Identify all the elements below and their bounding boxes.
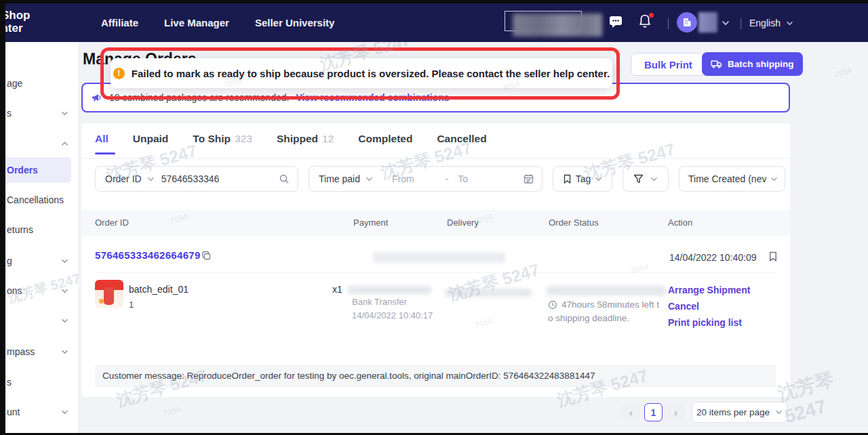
batch-shipping-label: Batch shipping [728,59,794,69]
language-chevron-down-icon [786,21,793,26]
tag-filter-dropdown[interactable]: Tag [553,166,612,192]
sort-label: Time Created (nev [688,173,766,184]
shop-avatar[interactable] [677,12,697,33]
sidebar-item-cancellations[interactable]: Cancellations [5,190,78,210]
sidebar-label: Orders [7,165,38,175]
sort-order-dropdown[interactable]: Time Created (nev [679,166,785,192]
order-id-filter-dropdown[interactable]: Order ID [105,173,142,184]
chat-icon[interactable] [608,15,623,28]
calendar-icon[interactable] [524,173,534,184]
items-per-page-label: 20 items per page [696,407,770,417]
sidebar-label: eturns [7,224,33,235]
sidebar-item-returns[interactable]: eturns [5,220,78,240]
tab-all[interactable]: All [95,133,108,154]
product-image[interactable] [95,280,123,308]
banner-link-view-combinations[interactable]: View recommended combinations [296,92,449,103]
search-icon[interactable] [279,173,290,184]
chevron-up-icon [61,142,68,146]
tab-cancelled[interactable]: Cancelled [437,133,486,154]
tab-shipped[interactable]: Shipped12 [277,133,334,154]
warning-icon: ! [113,68,125,79]
nav-item-live-manager[interactable]: Live Manager [164,17,229,28]
chevron-down-icon [770,177,778,182]
pagination-prev-button[interactable]: ‹ [622,403,640,421]
nav-divider [668,18,669,29]
chevron-down-icon[interactable] [147,177,155,182]
product-name[interactable]: batch_edit_01 [129,284,189,295]
redacted-order-status [547,286,666,295]
nav-item-affiliate[interactable]: Affiliate [101,17,138,28]
sidebar-label: s [7,108,12,119]
sidebar-label: ons [7,285,22,296]
tab-to-ship[interactable]: To Ship323 [193,133,252,154]
copy-icon[interactable] [201,251,212,261]
order-id-search-input[interactable] [161,173,279,184]
shipping-deadline-line1: 47hours 58minutes left t [561,299,659,310]
truck-icon [711,60,722,68]
sidebar-item-compass[interactable]: mpass [5,341,78,362]
funnel-icon [633,174,644,184]
batch-shipping-button[interactable]: Batch shipping [702,52,803,76]
sidebar-item-promotions[interactable]: ons [5,281,78,301]
column-order-status: Order Status [549,218,599,228]
sidebar-item-orders-group[interactable] [5,133,78,154]
redacted-delivery-info [445,289,532,297]
redacted-buyer-name [373,252,505,263]
more-filters-dropdown[interactable] [623,166,669,192]
logo-line1: Shop [5,9,31,22]
sidebar-item-orders[interactable]: Orders [5,157,71,183]
account-chevron-down-icon[interactable] [722,20,730,26]
time-paid-dropdown[interactable]: Time paid [319,173,360,184]
nav-menu: Affiliate Live Manager Seller University [101,3,334,42]
sidebar-label: unt [7,407,20,417]
column-action: Action [668,218,692,228]
column-delivery: Delivery [447,218,479,228]
sidebar-item-finances[interactable]: s [5,372,78,392]
sidebar: age s Orders Cancellations eturns g ons … [5,42,78,435]
items-per-page-select[interactable]: 20 items per page [692,402,787,423]
tabs-divider [81,158,790,159]
sidebar-item-products[interactable]: s [5,103,78,123]
orders-panel: All Unpaid To Ship323 Shipped12 Complete… [81,123,790,397]
date-to-input[interactable]: To [458,173,468,184]
sidebar-item-account[interactable]: unt [5,402,78,422]
time-paid-filter-group: Time paid From - To [309,166,542,192]
nav-item-seller-university[interactable]: Seller University [255,17,335,28]
cancel-order-link[interactable]: Cancel [668,301,699,312]
tab-label: Completed [358,133,412,144]
chevron-down-icon [61,410,68,415]
tab-label: Unpaid [133,133,169,144]
watermark-small: 7054 [162,405,182,419]
sidebar-item-homepage[interactable]: age [5,73,78,94]
bookmark-icon[interactable] [768,251,778,262]
tag-bookmark-icon [563,174,572,184]
pagination-page-1[interactable]: 1 [644,403,663,421]
print-picking-list-link[interactable]: Print picking list [668,317,742,328]
tab-completed[interactable]: Completed [358,133,412,154]
date-range-separator: - [446,173,449,184]
sidebar-item[interactable] [5,310,78,331]
bulk-print-button[interactable]: Bulk Print [631,53,706,76]
redacted-shop-name [698,12,717,33]
language-selector[interactable]: English [749,18,793,28]
date-from-input[interactable]: From [392,173,414,184]
row-divider [95,272,776,273]
top-navbar: Shop enter Affiliate Live Manager Seller… [5,3,868,42]
chevron-down-icon [775,410,783,415]
sidebar-label: g [7,255,12,266]
arrange-shipment-link[interactable]: Arrange Shipment [668,285,750,295]
tab-count: 323 [235,133,252,144]
sidebar-item-shipping[interactable]: g [5,251,78,271]
product-sku-qty: 1 [129,299,134,310]
order-id-link[interactable]: 576465333462664679 [95,249,201,261]
chevron-down-icon[interactable] [366,177,373,182]
chevron-down-icon [61,111,68,116]
pagination-next-button[interactable]: › [667,403,685,421]
chevron-down-icon [61,259,68,264]
filter-row: Order ID Time paid From - To Tag [95,166,785,192]
shop-center-logo: Shop enter [5,9,31,35]
banner-text: 18 combined packages are recommended. [109,92,289,103]
tab-unpaid[interactable]: Unpaid [133,133,169,154]
screenshot-border [0,0,5,435]
screenshot-border [0,0,868,3]
